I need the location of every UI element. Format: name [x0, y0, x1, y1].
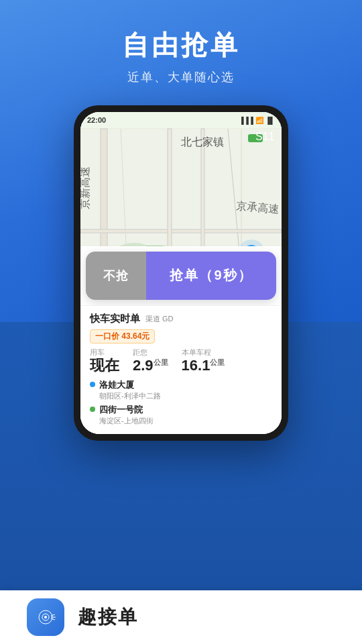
- destination-name: 四街一号院: [99, 404, 154, 416]
- app-icon: [27, 598, 64, 636]
- status-icons: ▐▐▐ 📶 ▐▌: [239, 117, 275, 124]
- no-grab-button[interactable]: 不抢: [86, 252, 146, 300]
- channel-badge: 渠道 GD: [145, 314, 174, 324]
- phone-mockup: 22:00 ▐▐▐ 📶 ▐▌: [0, 105, 362, 441]
- unit-km2: 公里: [210, 358, 225, 366]
- pickup-name: 洛娃大厦: [99, 379, 161, 391]
- destination-dot: [90, 407, 95, 412]
- stat-label-1: 用车: [90, 347, 119, 358]
- grab-button[interactable]: 抢单（9秒）: [146, 252, 276, 300]
- sub-title: 近单、大单随心选: [0, 69, 362, 85]
- phone-bottom-card: 不抢 抢单（9秒） 快车实时单 渠道 GD 一口价 43.64元 用车: [80, 246, 282, 434]
- stat-value-2: 2.9公里: [133, 358, 168, 374]
- stat-label-2: 距您: [133, 347, 168, 358]
- destination-location: 四街一号院 海淀区-上地四街: [90, 404, 272, 426]
- stat-value-1: 现在: [90, 358, 119, 374]
- order-stats: 用车 现在 距您 2.9公里 本单车程 16.1公里: [90, 347, 272, 374]
- pickup-info: 洛娃大厦 朝阳区-利泽中二路: [99, 379, 161, 401]
- title-section: 自由抢单 近单、大单随心选: [0, 0, 362, 85]
- phone-frame: 22:00 ▐▐▐ 📶 ▐▌: [74, 105, 288, 441]
- svg-text:京新高速: 京新高速: [80, 166, 90, 209]
- svg-text:S11: S11: [255, 131, 275, 142]
- stat-distance: 距您 2.9公里: [133, 347, 168, 374]
- unit-km1: 公里: [154, 358, 168, 366]
- main-title: 自由抢单: [0, 27, 362, 64]
- status-time: 22:00: [87, 116, 106, 124]
- pickup-location: 洛娃大厦 朝阳区-利泽中二路: [90, 379, 272, 401]
- order-title-row: 快车实时单 渠道 GD: [90, 313, 272, 325]
- battery-icon: ▐▌: [265, 117, 275, 124]
- svg-rect-9: [80, 229, 282, 233]
- pickup-address: 朝阳区-利泽中二路: [99, 391, 161, 401]
- stat-label-3: 本单车程: [182, 347, 225, 358]
- svg-text:北七家镇: 北七家镇: [181, 136, 224, 148]
- order-card: 快车实时单 渠道 GD 一口价 43.64元 用车 现在 距您 2.9公: [80, 305, 282, 434]
- stat-use-time: 用车 现在: [90, 347, 119, 374]
- status-bar: 22:00 ▐▐▐ 📶 ▐▌: [80, 112, 282, 128]
- wifi-icon: 📶: [255, 117, 263, 124]
- destination-info: 四街一号院 海淀区-上地四街: [99, 404, 154, 426]
- order-type: 快车实时单: [90, 313, 140, 325]
- app-icon-svg: [34, 605, 58, 629]
- pickup-dot: [90, 382, 95, 387]
- signal-icon: ▐▐▐: [239, 117, 253, 124]
- price-badge-wrapper: 一口价 43.64元: [90, 329, 272, 343]
- phone-screen: 22:00 ▐▐▐ 📶 ▐▌: [80, 112, 282, 434]
- price-badge: 一口价 43.64元: [90, 329, 155, 343]
- bottom-bar: 趣接单: [0, 590, 362, 644]
- stat-trip: 本单车程 16.1公里: [182, 347, 225, 374]
- svg-point-30: [44, 616, 47, 619]
- app-name: 趣接单: [78, 604, 138, 630]
- action-buttons-row: 不抢 抢单（9秒）: [86, 252, 276, 300]
- stat-value-3: 16.1公里: [182, 358, 225, 374]
- destination-address: 海淀区-上地四街: [99, 416, 154, 426]
